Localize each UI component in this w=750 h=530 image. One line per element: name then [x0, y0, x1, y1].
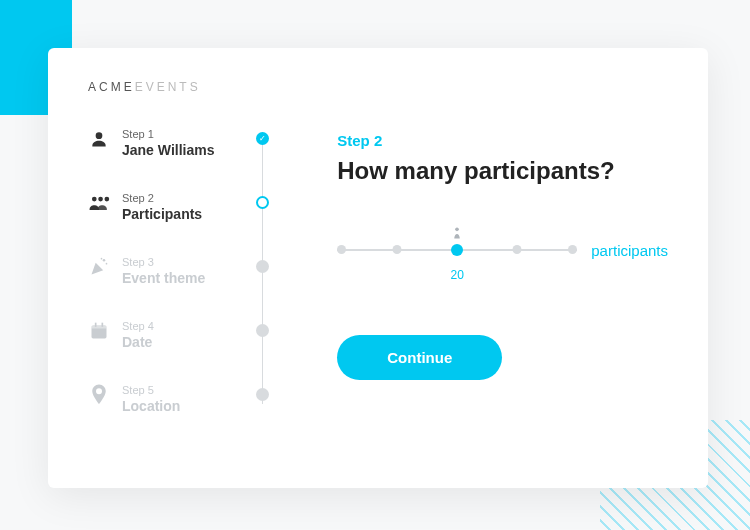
pin-icon [88, 384, 110, 406]
step-node-done: ✓ [256, 132, 269, 145]
step-item-1[interactable]: Step 1 Jane Williams ✓ [88, 128, 287, 158]
slider-unit-label: participants [591, 242, 668, 259]
step-node-future [256, 324, 269, 337]
svg-rect-10 [102, 323, 104, 327]
step-node-current [256, 196, 269, 209]
person-icon [452, 226, 463, 244]
svg-point-4 [103, 259, 106, 262]
svg-point-1 [92, 197, 97, 202]
content-step-label: Step 2 [337, 132, 668, 149]
svg-rect-8 [92, 325, 107, 328]
step-item-3[interactable]: Step 3 Event theme [88, 256, 287, 286]
participants-slider[interactable]: 20 [337, 235, 577, 265]
slider-tick [337, 245, 346, 254]
step-item-5[interactable]: Step 5 Location [88, 384, 287, 414]
slider-tick [513, 245, 522, 254]
svg-rect-9 [95, 323, 97, 327]
party-icon [88, 256, 110, 278]
slider-handle[interactable]: 20 [451, 244, 463, 256]
slider-tick [568, 245, 577, 254]
brand-logo: ACMEEVENTS [88, 80, 668, 94]
wizard-content: Step 2 How many participants? 20 [317, 128, 668, 414]
step-node-future [256, 388, 269, 401]
wizard-sidebar: Step 1 Jane Williams ✓ Step 2 Participan… [88, 128, 287, 414]
wizard-card: ACMEEVENTS Step 1 Jane Williams ✓ S [48, 48, 708, 488]
svg-point-2 [98, 197, 103, 202]
svg-point-11 [455, 228, 459, 232]
step-item-4[interactable]: Step 4 Date [88, 320, 287, 350]
people-icon [88, 192, 110, 214]
continue-button[interactable]: Continue [337, 335, 502, 380]
brand-part2: EVENTS [135, 80, 201, 94]
svg-point-5 [106, 263, 108, 265]
calendar-icon [88, 320, 110, 342]
svg-point-6 [101, 258, 103, 260]
content-heading: How many participants? [337, 157, 668, 185]
slider-value-label: 20 [451, 268, 464, 282]
slider-tick [393, 245, 402, 254]
check-icon: ✓ [256, 132, 269, 145]
step-node-future [256, 260, 269, 273]
svg-point-0 [96, 132, 103, 139]
brand-part1: ACME [88, 80, 135, 94]
person-icon [88, 128, 110, 150]
svg-point-3 [105, 197, 110, 202]
step-item-2[interactable]: Step 2 Participants [88, 192, 287, 222]
